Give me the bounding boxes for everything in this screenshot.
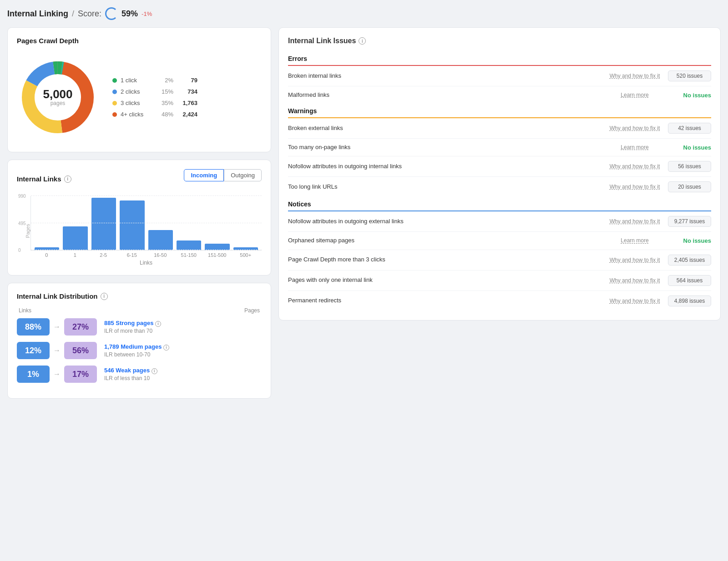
issue-badge[interactable]: 2,405 issues: [668, 255, 711, 265]
donut-chart: 5,000 pages: [17, 56, 99, 138]
dist-info: 546 Weak pages i ILR of less than 10: [104, 367, 157, 381]
issue-badge[interactable]: 20 issues: [668, 181, 711, 192]
issue-link[interactable]: Why and how to fix it: [605, 125, 664, 131]
issue-name: Pages with only one internal link: [288, 276, 602, 284]
dist-info: 885 Strong pages i ILR of more than 70: [104, 320, 161, 334]
issues-title: Internal Link Issues i: [288, 37, 711, 45]
issue-link[interactable]: Why and how to fix it: [605, 277, 664, 284]
issue-row: Page Crawl Depth more than 3 clicksWhy a…: [288, 250, 711, 270]
legend-dot: [112, 90, 117, 94]
bar-chart-area: 990 495 0: [30, 196, 262, 250]
legend-item: 3 clicks 35% 1,763: [112, 100, 197, 106]
issue-link[interactable]: Learn more: [605, 144, 664, 150]
dist-links-box: 1%: [17, 366, 50, 383]
legend-item: 1 click 2% 79: [112, 77, 197, 84]
dist-col-pages: Pages: [244, 307, 260, 314]
donut-center: 5,000 pages: [43, 88, 72, 106]
issue-badge[interactable]: 4,898 issues: [668, 296, 711, 306]
dist-info-icon[interactable]: i: [155, 321, 161, 327]
legend-pct: 2%: [156, 77, 173, 84]
x-label: 6-15: [120, 252, 145, 258]
internal-links-info-icon[interactable]: i: [64, 175, 71, 183]
issue-name: Nofollow attributes in outgoing internal…: [288, 162, 602, 170]
section-header-errors: Errors: [288, 51, 711, 66]
x-label: 16-50: [148, 252, 173, 258]
issue-link[interactable]: Why and how to fix it: [605, 298, 664, 304]
issue-link[interactable]: Why and how to fix it: [605, 257, 664, 263]
bar: [63, 226, 87, 250]
issue-name: Too many on-page links: [288, 143, 602, 151]
distribution-info-icon[interactable]: i: [101, 293, 108, 300]
dist-arrow: →: [53, 323, 61, 331]
issue-badge[interactable]: 520 issues: [668, 70, 711, 81]
issue-link[interactable]: Why and how to fix it: [605, 163, 664, 170]
internal-links-card: Internal Links i Incoming Outgoing Pages…: [7, 160, 271, 275]
issue-name: Broken internal links: [288, 72, 602, 80]
legend-count: 1,763: [177, 100, 197, 106]
issue-badge[interactable]: 56 issues: [668, 161, 711, 172]
left-column: Pages Crawl Depth: [7, 27, 271, 399]
score-circle: [105, 7, 118, 20]
main-grid: Pages Crawl Depth: [7, 27, 721, 399]
issues-section-warnings: WarningsBroken external linksWhy and how…: [288, 104, 711, 197]
bar-column: [63, 226, 87, 250]
tab-outgoing[interactable]: Outgoing: [224, 169, 262, 181]
dist-info-title[interactable]: 1,789 Medium pages i: [104, 343, 169, 351]
legend-count: 734: [177, 88, 197, 95]
header-separator: /: [72, 9, 74, 19]
legend-item: 4+ clicks 48% 2,424: [112, 111, 197, 118]
no-issues-badge: No issues: [668, 144, 711, 151]
issue-link[interactable]: Why and how to fix it: [605, 218, 664, 225]
issue-row: Too long link URLsWhy and how to fix it2…: [288, 177, 711, 197]
score-value: 59%: [121, 9, 138, 19]
issue-name: Nofollow attributes in outgoing external…: [288, 217, 602, 225]
internal-links-header: Internal Links i Incoming Outgoing: [17, 169, 262, 189]
legend-pct: 35%: [156, 100, 173, 106]
page-header: Internal Linking / Score: 59% -1%: [7, 7, 721, 20]
crawl-depth-card: Pages Crawl Depth: [7, 27, 271, 152]
issue-link[interactable]: Why and how to fix it: [605, 184, 664, 190]
section-header-notices: Notices: [288, 197, 711, 211]
issue-link[interactable]: Learn more: [605, 92, 664, 98]
x-labels: 012-56-1516-5051-150151-500500+: [30, 250, 262, 258]
bar-column: [35, 247, 59, 250]
bar-chart-wrap: Pages 990 495 0: [17, 196, 262, 266]
issue-badge[interactable]: 9,277 issues: [668, 216, 711, 227]
bar-column: [148, 230, 173, 250]
issue-link[interactable]: Learn more: [605, 237, 664, 244]
dist-info: 1,789 Medium pages i ILR between 10-70: [104, 343, 169, 358]
issues-section-notices: NoticesNofollow attributes in outgoing e…: [288, 197, 711, 311]
crawl-depth-title: Pages Crawl Depth: [17, 37, 262, 45]
issue-badge[interactable]: 42 issues: [668, 123, 711, 134]
issue-link[interactable]: Why and how to fix it: [605, 73, 664, 79]
dist-info-icon[interactable]: i: [163, 345, 169, 351]
distribution-table: Links Pages 88% → 27% 885 Strong pages i…: [17, 307, 262, 383]
y-0: 0: [18, 248, 21, 253]
dist-links-box: 12%: [17, 342, 50, 359]
legend-pct: 15%: [156, 88, 173, 95]
issue-badge[interactable]: 564 issues: [668, 275, 711, 286]
issue-name: Too long link URLs: [288, 183, 602, 191]
dist-info-icon[interactable]: i: [152, 368, 157, 374]
legend-count: 2,424: [177, 111, 197, 118]
dist-pages-box: 27%: [64, 318, 97, 336]
legend-label: 1 click: [121, 77, 152, 84]
bar: [35, 247, 59, 250]
issue-row: Broken external linksWhy and how to fix …: [288, 118, 711, 139]
bar-column: [233, 247, 258, 250]
dist-pages-box: 56%: [64, 342, 97, 359]
y-axis-label: Pages: [25, 224, 30, 238]
legend-label: 2 clicks: [121, 88, 152, 95]
legend-dot: [112, 101, 117, 105]
header-score-label: Score:: [78, 9, 101, 19]
issues-info-icon[interactable]: i: [359, 37, 366, 45]
dist-info-title[interactable]: 546 Weak pages i: [104, 367, 157, 374]
dist-header: Links Pages: [17, 307, 262, 314]
issues-card: Internal Link Issues i ErrorsBroken inte…: [278, 27, 721, 321]
y-990: 990: [18, 194, 26, 199]
dist-arrow: →: [53, 346, 61, 355]
dist-info-title[interactable]: 885 Strong pages i: [104, 320, 161, 327]
tab-incoming[interactable]: Incoming: [184, 169, 224, 181]
legend-count: 79: [177, 77, 197, 84]
dist-info-sub: ILR of more than 70: [104, 328, 161, 334]
